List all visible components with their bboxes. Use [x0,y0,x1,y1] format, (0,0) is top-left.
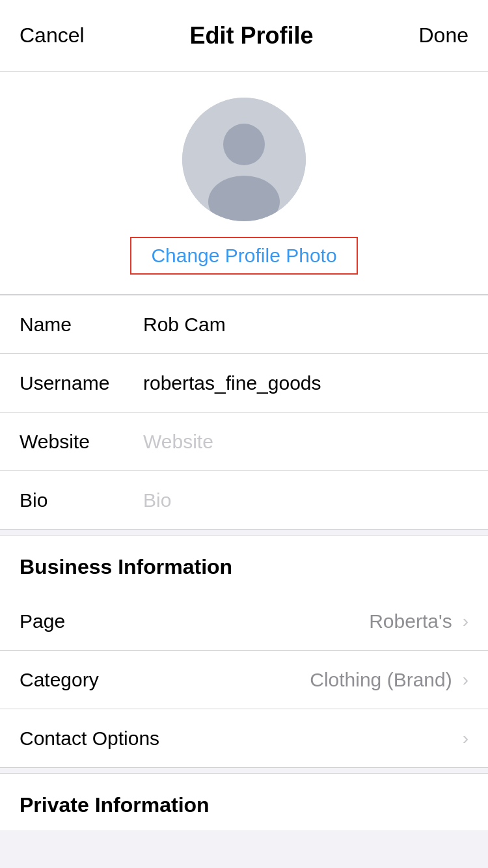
name-input[interactable] [137,314,468,336]
contact-options-row[interactable]: Contact Options › [0,709,488,768]
name-label: Name [20,314,137,336]
website-row: Website [0,413,488,471]
page-chevron-icon: › [463,611,468,632]
form-section: Name Username Website Bio [0,295,488,530]
website-input[interactable] [137,431,468,453]
category-row[interactable]: Category Clothing (Brand) › [0,651,488,709]
bio-row: Bio [0,471,488,530]
contact-chevron-group: › [459,728,468,749]
avatar-section: Change Profile Photo [0,72,488,295]
business-section-header: Business Information [0,535,488,592]
page-label: Page [20,610,65,632]
section-gap-2 [0,768,488,773]
category-chevron-icon: › [463,670,468,690]
business-section: Business Information Page Roberta's › Ca… [0,535,488,768]
private-section-header: Private Information [0,773,488,830]
username-row: Username [0,354,488,413]
section-gap-1 [0,530,488,535]
contact-options-label: Contact Options [20,727,159,750]
page-value: Roberta's [369,610,452,632]
svg-point-1 [223,124,265,165]
category-label: Category [20,669,99,691]
website-label: Website [20,431,137,453]
private-section: Private Information [0,773,488,830]
change-profile-photo-button[interactable]: Change Profile Photo [130,237,357,275]
bio-label: Bio [20,489,137,511]
contact-chevron-icon: › [463,728,468,749]
page-title: Edit Profile [190,22,314,49]
username-label: Username [20,372,137,394]
done-button[interactable]: Done [418,23,468,47]
bio-input[interactable] [137,489,468,511]
header: Cancel Edit Profile Done [0,0,488,72]
username-input[interactable] [137,372,468,394]
page-row[interactable]: Page Roberta's › [0,592,488,651]
category-value-group: Clothing (Brand) › [310,669,468,691]
cancel-button[interactable]: Cancel [20,23,85,47]
page-value-group: Roberta's › [369,610,468,632]
category-value: Clothing (Brand) [310,669,452,691]
avatar[interactable] [182,98,306,221]
name-row: Name [0,295,488,354]
